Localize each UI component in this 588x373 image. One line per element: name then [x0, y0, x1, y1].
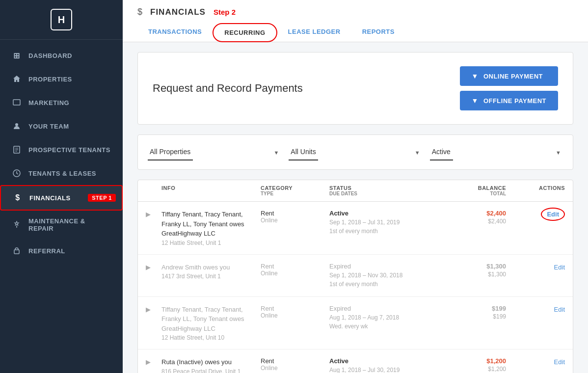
- row-1-info-name: Tiffany Tenant, Tracy Tenant, Franky LL,…: [161, 210, 261, 239]
- row-expand-icon-4[interactable]: ▶: [146, 357, 161, 366]
- row-4-status-dates: Aug 1, 2018 – Jul 30, 2019 1st of every …: [329, 366, 437, 373]
- row-1-balance-total: $2,400: [437, 218, 506, 225]
- row-expand-icon-1[interactable]: ▶: [146, 210, 161, 218]
- sidebar-item-maintenance[interactable]: MAINTENANCE & REPAIR: [0, 211, 123, 239]
- tabs-bar: TRANSACTIONS RECURRING LEASE LEDGER REPO…: [137, 23, 573, 42]
- row-3-balance-total: $199: [437, 313, 506, 320]
- row-expand-icon-3[interactable]: ▶: [146, 305, 161, 313]
- sidebar-item-dashboard[interactable]: ⊞ DASHBOARD: [0, 44, 123, 67]
- filters-row: All Properties All Units Active: [137, 134, 573, 170]
- th-actions: ACTIONS: [506, 185, 565, 196]
- row-2-status: Expired: [329, 263, 437, 270]
- sidebar-item-label: YOUR TEAM: [28, 123, 69, 130]
- th-balance: BALANCE TOTAL: [437, 185, 506, 196]
- online-payment-button[interactable]: ▼ ONLINE PAYMENT: [460, 66, 558, 86]
- row-2-info-name: Andrew Smith owes you: [161, 263, 261, 272]
- th-status: STATUS DUE DATES: [329, 185, 437, 196]
- table-row: ▶ Ruta (Inactive) owes you 816 Peace Por…: [138, 349, 573, 373]
- svg-point-1: [15, 123, 18, 126]
- row-2-balance-total: $1,300: [437, 271, 506, 278]
- edit-button-2[interactable]: Edit: [554, 264, 565, 271]
- row-1-category-type: Online: [261, 217, 329, 224]
- sidebar-item-your-team[interactable]: YOUR TEAM: [0, 114, 123, 138]
- page-header: $ FINANCIALS Step 2 TRANSACTIONS RECURRI…: [123, 0, 588, 42]
- row-4-info-name: Ruta (Inactive) owes you: [161, 357, 261, 367]
- sidebar-item-financials[interactable]: $ FINANCIALS Step 1: [0, 185, 123, 211]
- tab-transactions[interactable]: TRANSACTIONS: [137, 23, 213, 42]
- your-team-icon: [12, 121, 22, 131]
- edit-button-3[interactable]: Edit: [554, 306, 565, 313]
- sidebar-item-properties[interactable]: PROPERTIES: [0, 67, 123, 91]
- sidebar-item-label: MARKETING: [28, 99, 69, 107]
- sidebar-item-tenants-leases[interactable]: TENANTS & LEASES: [0, 161, 123, 185]
- dashboard-icon: ⊞: [12, 51, 22, 60]
- th-category: CATEGORY TYPE: [261, 185, 329, 196]
- table-row: ▶ Tiffany Tenant, Tracy Tenant, Franky L…: [138, 297, 573, 350]
- svg-rect-0: [13, 100, 20, 105]
- all-units-filter-wrapper: All Units: [289, 144, 422, 160]
- row-3-info-address: 12 Hattie Street, Unit 10: [161, 334, 261, 341]
- active-select[interactable]: Active: [430, 144, 453, 160]
- online-payment-arrow-icon: ▼: [472, 72, 479, 80]
- payment-buttons: ▼ ONLINE PAYMENT ▼ OFFLINE PAYMENT: [460, 66, 558, 110]
- all-properties-filter-wrapper: All Properties: [148, 144, 281, 160]
- svg-rect-4: [14, 250, 19, 254]
- row-3-status: Expired: [329, 305, 437, 312]
- sidebar-item-label: MAINTENANCE & REPAIR: [28, 217, 111, 232]
- tenants-leases-icon: [12, 168, 22, 178]
- row-1-info-address: 12 Hattie Street, Unit 1: [161, 240, 261, 246]
- table-row: ▶ Tiffany Tenant, Tracy Tenant, Franky L…: [138, 202, 573, 255]
- row-1-status-dates: Sep 1, 2018 – Jul 31, 2019 1st of every …: [329, 218, 437, 236]
- sidebar-nav: ⊞ DASHBOARD PROPERTIES MARKETING YOUR TE…: [0, 40, 123, 263]
- properties-icon: [12, 74, 22, 84]
- sidebar-item-label: TENANTS & LEASES: [28, 170, 96, 177]
- financials-icon: $: [13, 193, 23, 203]
- referral-icon: [12, 246, 22, 256]
- request-card-title: Request and Record Payments: [153, 82, 303, 95]
- offline-payment-button[interactable]: ▼ OFFLINE PAYMENT: [460, 91, 558, 110]
- table-header: INFO CATEGORY TYPE STATUS DUE DATES BALA…: [138, 180, 573, 202]
- offline-payment-arrow-icon: ▼: [472, 97, 479, 105]
- row-4-category-type: Online: [261, 365, 329, 372]
- request-card: Request and Record Payments ▼ ONLINE PAY…: [137, 52, 573, 125]
- content-area: Request and Record Payments ▼ ONLINE PAY…: [123, 42, 588, 373]
- active-filter-wrapper: Active: [430, 144, 563, 160]
- row-expand-icon-2[interactable]: ▶: [146, 263, 161, 271]
- tab-reports[interactable]: REPORTS: [351, 23, 405, 42]
- sidebar-item-label: DASHBOARD: [28, 52, 72, 59]
- step2-badge: Step 2: [214, 8, 236, 16]
- sidebar-item-prospective-tenants[interactable]: PROSPECTIVE TENANTS: [0, 138, 123, 161]
- page-title: FINANCIALS: [150, 7, 206, 17]
- row-1-category: Rent: [261, 210, 329, 217]
- sidebar-item-label: PROPERTIES: [28, 76, 72, 83]
- tab-lease-ledger[interactable]: LEASE LEDGER: [277, 23, 351, 42]
- logo-icon: H: [51, 9, 72, 30]
- sidebar-item-referral[interactable]: REFERRAL: [0, 239, 123, 263]
- row-3-balance: $199: [437, 305, 506, 312]
- sidebar-logo: H: [0, 0, 123, 40]
- offline-payment-label: OFFLINE PAYMENT: [483, 97, 546, 105]
- row-4-actions: Edit: [506, 357, 565, 366]
- all-properties-select[interactable]: All Properties: [148, 144, 193, 160]
- tab-recurring[interactable]: RECURRING: [213, 23, 277, 42]
- row-1-balance: $2,400: [437, 210, 506, 217]
- row-4-status: Active: [329, 357, 437, 365]
- sidebar-item-label: REFERRAL: [28, 247, 65, 255]
- all-units-select[interactable]: All Units: [289, 144, 318, 160]
- sidebar-item-marketing[interactable]: MARKETING: [0, 91, 123, 114]
- marketing-icon: [12, 98, 22, 107]
- maintenance-icon: [12, 220, 22, 230]
- row-3-actions: Edit: [506, 305, 565, 314]
- edit-button-4[interactable]: Edit: [554, 358, 565, 366]
- online-payment-label: ONLINE PAYMENT: [483, 73, 543, 80]
- row-3-info-name: Tiffany Tenant, Tracy Tenant, Franky LL,…: [161, 305, 261, 334]
- row-2-actions: Edit: [506, 263, 565, 271]
- edit-button-1[interactable]: Edit: [541, 208, 565, 221]
- row-3-status-dates: Aug 1, 2018 – Aug 7, 2018 Wed. every wk: [329, 313, 437, 331]
- row-4-category: Rent: [261, 357, 329, 365]
- row-2-info-address: 1417 3rd Street, Unit 1: [161, 273, 261, 280]
- row-4-balance: $1,200: [437, 357, 506, 365]
- row-3-category: Rent: [261, 305, 329, 312]
- row-1-status: Active: [329, 210, 437, 217]
- row-2-category: Rent: [261, 263, 329, 270]
